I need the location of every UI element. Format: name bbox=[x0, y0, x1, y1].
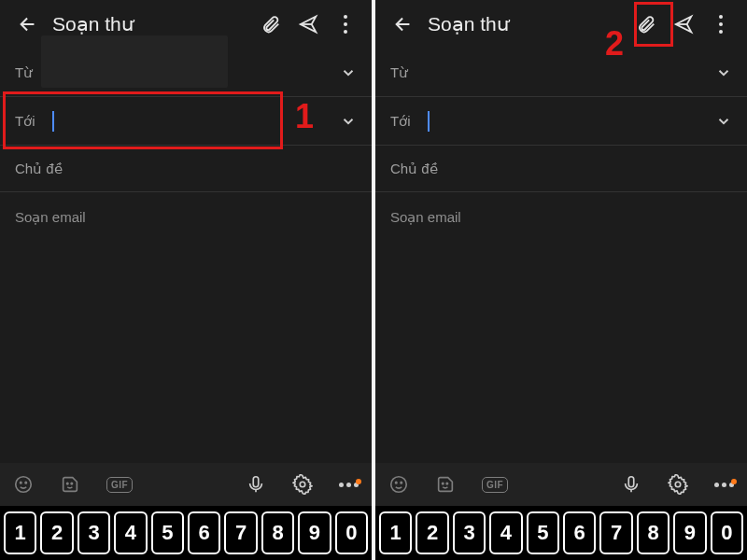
key-6[interactable]: 6 bbox=[188, 511, 220, 554]
svg-point-9 bbox=[401, 482, 402, 483]
to-label: Tới bbox=[15, 113, 43, 130]
more-vert-icon bbox=[344, 15, 347, 34]
gif-button[interactable]: GIF bbox=[482, 477, 508, 493]
to-expand[interactable] bbox=[340, 113, 357, 130]
svg-point-8 bbox=[396, 482, 397, 483]
svg-point-7 bbox=[391, 477, 407, 493]
gear-icon bbox=[668, 474, 688, 495]
from-expand[interactable] bbox=[340, 64, 357, 81]
keyboard-more-button[interactable] bbox=[714, 483, 734, 487]
key-3[interactable]: 3 bbox=[453, 511, 486, 554]
to-expand[interactable] bbox=[715, 113, 732, 130]
back-arrow-icon bbox=[393, 14, 414, 35]
sticker-button[interactable] bbox=[60, 474, 80, 495]
mic-button[interactable] bbox=[246, 474, 266, 495]
subject-row[interactable]: Chủ đề bbox=[0, 146, 372, 192]
page-title: Soạn thư bbox=[52, 13, 252, 35]
send-icon bbox=[673, 14, 694, 35]
text-cursor bbox=[52, 111, 54, 132]
key-2[interactable]: 2 bbox=[416, 511, 448, 554]
chevron-down-icon bbox=[715, 113, 732, 130]
svg-point-3 bbox=[67, 483, 68, 483]
subject-placeholder: Chủ đề bbox=[390, 161, 438, 177]
page-title: Soạn thư bbox=[428, 13, 627, 35]
number-key-row: 1 2 3 4 5 6 7 8 9 0 bbox=[375, 506, 747, 560]
from-row[interactable]: Từ bbox=[375, 49, 747, 97]
key-7[interactable]: 7 bbox=[224, 511, 257, 554]
svg-point-6 bbox=[300, 482, 305, 487]
body-placeholder: Soạn email bbox=[15, 209, 86, 225]
subject-row[interactable]: Chủ đề bbox=[375, 146, 747, 192]
sticker-button[interactable] bbox=[435, 474, 456, 495]
back-button[interactable] bbox=[385, 6, 422, 43]
paperclip-icon bbox=[261, 14, 281, 35]
attach-button[interactable] bbox=[252, 6, 289, 43]
chevron-down-icon bbox=[340, 113, 357, 130]
to-label: Tới bbox=[390, 113, 418, 130]
svg-point-10 bbox=[443, 483, 444, 483]
back-arrow-icon bbox=[18, 14, 38, 35]
gif-button[interactable]: GIF bbox=[106, 477, 133, 493]
key-0[interactable]: 0 bbox=[711, 511, 743, 554]
key-3[interactable]: 3 bbox=[78, 511, 110, 554]
svg-point-1 bbox=[21, 482, 21, 483]
to-row[interactable]: Tới bbox=[375, 97, 747, 146]
from-row[interactable]: Từ bbox=[0, 49, 372, 97]
svg-point-2 bbox=[25, 482, 26, 483]
svg-rect-5 bbox=[253, 477, 259, 487]
more-vert-icon bbox=[719, 15, 723, 34]
body-placeholder: Soạn email bbox=[390, 209, 461, 225]
compose-screen-left: Soạn thư Từ Tới Chủ đề Soạn email bbox=[0, 0, 372, 560]
key-5[interactable]: 5 bbox=[527, 511, 559, 554]
key-1[interactable]: 1 bbox=[4, 511, 36, 554]
keyboard-more-button[interactable] bbox=[339, 483, 359, 487]
send-button[interactable] bbox=[289, 6, 327, 43]
body-field[interactable]: Soạn email bbox=[0, 192, 372, 463]
body-field[interactable]: Soạn email bbox=[375, 192, 747, 463]
to-row[interactable]: Tới bbox=[0, 97, 372, 146]
svg-rect-12 bbox=[628, 477, 634, 487]
key-5[interactable]: 5 bbox=[151, 511, 184, 554]
from-value-redacted bbox=[41, 35, 228, 88]
compose-screen-right: Soạn thư Từ Tới Chủ đề Soạn email bbox=[375, 0, 747, 560]
overflow-button[interactable] bbox=[327, 6, 364, 43]
key-2[interactable]: 2 bbox=[40, 511, 73, 554]
smiley-icon bbox=[13, 474, 34, 495]
overflow-button[interactable] bbox=[702, 6, 740, 43]
emoji-button[interactable] bbox=[388, 474, 409, 495]
notification-dot-icon bbox=[731, 479, 737, 484]
key-4[interactable]: 4 bbox=[489, 511, 522, 554]
microphone-icon bbox=[621, 474, 641, 495]
paperclip-icon bbox=[636, 14, 656, 35]
svg-point-11 bbox=[446, 483, 447, 483]
emoji-button[interactable] bbox=[13, 474, 34, 495]
svg-point-0 bbox=[16, 477, 32, 493]
key-4[interactable]: 4 bbox=[114, 511, 147, 554]
key-6[interactable]: 6 bbox=[563, 511, 596, 554]
sticker-icon bbox=[435, 474, 456, 495]
microphone-icon bbox=[246, 474, 266, 495]
send-icon bbox=[298, 14, 318, 35]
key-1[interactable]: 1 bbox=[379, 511, 412, 554]
mic-button[interactable] bbox=[621, 474, 641, 495]
keyboard-toolbar: GIF bbox=[375, 463, 747, 506]
from-label: Từ bbox=[390, 64, 418, 81]
send-button[interactable] bbox=[665, 6, 702, 43]
attach-button[interactable] bbox=[627, 6, 665, 43]
from-label: Từ bbox=[15, 64, 43, 81]
gear-icon bbox=[292, 474, 313, 495]
key-7[interactable]: 7 bbox=[599, 511, 632, 554]
text-cursor bbox=[428, 111, 430, 132]
notification-dot-icon bbox=[356, 479, 361, 484]
svg-point-4 bbox=[71, 483, 72, 483]
key-9[interactable]: 9 bbox=[298, 511, 331, 554]
from-expand[interactable] bbox=[715, 64, 732, 81]
key-9[interactable]: 9 bbox=[673, 511, 706, 554]
key-8[interactable]: 8 bbox=[261, 511, 294, 554]
app-header: Soạn thư bbox=[375, 0, 747, 49]
key-8[interactable]: 8 bbox=[637, 511, 669, 554]
key-0[interactable]: 0 bbox=[335, 511, 368, 554]
settings-button[interactable] bbox=[668, 474, 688, 495]
svg-point-13 bbox=[675, 482, 681, 487]
settings-button[interactable] bbox=[292, 474, 313, 495]
